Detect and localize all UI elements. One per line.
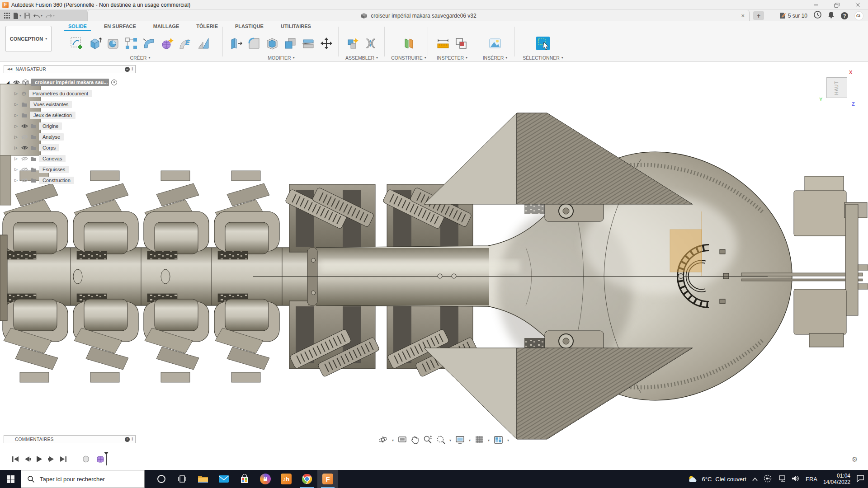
look-at-icon[interactable] <box>398 436 407 446</box>
viewcube-face-label[interactable]: HAUT <box>834 80 839 94</box>
navigator-item-label[interactable]: Esquisses <box>39 166 69 173</box>
step-back-button[interactable] <box>24 456 31 464</box>
group-label-insert[interactable]: INSÉRER▾ <box>483 55 508 61</box>
panel-grip-icon[interactable]: ‖ <box>132 437 133 441</box>
new-tab-button[interactable]: + <box>753 11 764 20</box>
timeline-feature-body[interactable] <box>81 455 90 465</box>
undo-button[interactable]: ▾ <box>33 13 42 19</box>
expand-arrow-icon[interactable]: ▷ <box>14 113 19 117</box>
navigator-header[interactable]: ◀◀ NAVIGATEUR − ‖ <box>4 65 136 73</box>
fusion-360-taskbar-button[interactable]: F <box>317 470 338 488</box>
tab-plastique[interactable]: PLASTIQUE <box>226 21 272 31</box>
timeline-position-marker[interactable] <box>104 452 109 465</box>
document-tab[interactable]: croiseur impérial makara sauvegarde06 v3… <box>87 10 750 21</box>
timeline-settings-gear-icon[interactable]: ⚙ <box>852 455 858 464</box>
group-label-assemble[interactable]: ASSEMBLER▾ <box>345 55 378 61</box>
help-icon[interactable]: ? <box>841 12 848 19</box>
group-label-construct[interactable]: CONSTRUIRE▾ <box>391 55 426 61</box>
file-menu-button[interactable]: ▾ <box>13 13 21 19</box>
fillet-button[interactable] <box>245 33 263 53</box>
chrome-button[interactable] <box>297 470 317 488</box>
navigator-item-origine[interactable]: ▷ Origine <box>14 122 62 131</box>
move-copy-button[interactable] <box>317 33 335 53</box>
construction-plane-button[interactable] <box>400 33 418 53</box>
task-view-button[interactable] <box>172 470 193 488</box>
grid-snap-icon[interactable] <box>475 435 484 446</box>
sweep-button[interactable] <box>140 33 158 53</box>
go-to-end-button[interactable] <box>60 456 67 464</box>
comments-header[interactable]: COMMENTAIRES + ‖ <box>4 435 136 443</box>
navigator-item-corps[interactable]: ▷ Corps <box>14 143 59 152</box>
orbit-icon[interactable] <box>378 435 388 446</box>
minimize-button[interactable] <box>806 0 826 10</box>
navigator-item-label[interactable]: Canevas <box>39 155 66 162</box>
action-center-icon[interactable] <box>856 474 864 483</box>
combine-button[interactable] <box>281 33 299 53</box>
close-button[interactable] <box>847 0 868 10</box>
user-avatar[interactable]: CL <box>854 11 863 20</box>
navigator-item-label[interactable]: Jeux de sélection <box>30 112 75 119</box>
language-indicator[interactable]: FRA <box>806 476 817 483</box>
weather-widget[interactable]: 6°C Ciel couvert <box>688 475 746 483</box>
tray-expand-chevron-icon[interactable] <box>752 476 758 483</box>
display-settings-icon[interactable] <box>455 436 465 446</box>
navigator-root-item[interactable]: ◢ croiseur impérial makara sau... <box>6 78 117 87</box>
tab-maillage[interactable]: MAILLAGE <box>145 21 188 31</box>
eye-off-icon[interactable] <box>21 156 28 161</box>
navigator-item-parametres[interactable]: ▷ ⚙ Paramètres du document <box>14 89 92 98</box>
measure-button[interactable] <box>434 33 452 53</box>
root-item-label[interactable]: croiseur impérial makara sau... <box>31 79 109 86</box>
navigator-item-vues[interactable]: ▷ Vues existantes <box>14 100 72 109</box>
version-status[interactable]: 5 sur 10 <box>779 12 807 19</box>
tab-tolerie[interactable]: TÔLERIE <box>188 21 226 31</box>
start-button[interactable] <box>0 470 21 488</box>
fit-icon[interactable] <box>436 435 445 446</box>
navigator-item-label[interactable]: Paramètres du document <box>29 90 92 97</box>
clock-widget[interactable]: 01:04 14/04/2022 <box>823 473 850 485</box>
group-label-select[interactable]: SÉLECTIONNER▾ <box>523 55 563 61</box>
eye-icon[interactable] <box>21 124 28 128</box>
microsoft-store-button[interactable] <box>234 470 255 488</box>
tab-close-icon[interactable]: × <box>741 12 745 19</box>
panel-minimize-icon[interactable]: − <box>125 67 130 72</box>
viewcube[interactable]: HAUT <box>826 77 847 98</box>
rib-button[interactable] <box>194 33 212 53</box>
new-component-button[interactable] <box>344 33 362 53</box>
eye-icon[interactable] <box>13 80 20 84</box>
mail-button[interactable] <box>213 470 234 488</box>
expand-arrow-icon[interactable]: ▷ <box>14 135 19 139</box>
expand-arrow-icon[interactable]: ▷ <box>14 145 19 150</box>
eye-off-icon[interactable] <box>21 135 28 139</box>
add-comment-icon[interactable]: + <box>125 437 130 442</box>
form-button[interactable] <box>158 33 176 53</box>
viewports-icon[interactable] <box>494 436 503 446</box>
expand-arrow-icon[interactable]: ▷ <box>14 178 19 183</box>
press-pull-button[interactable] <box>227 33 245 53</box>
avast-browser-button[interactable] <box>255 470 276 488</box>
redo-button[interactable]: ▾ <box>46 13 55 19</box>
play-button[interactable] <box>36 455 42 465</box>
revolve-button[interactable] <box>104 33 122 53</box>
volume-icon[interactable] <box>792 475 800 483</box>
app-grid-icon[interactable] <box>4 13 10 19</box>
activate-component-radio[interactable] <box>111 80 117 85</box>
pan-icon[interactable] <box>411 436 419 446</box>
tab-en-surface[interactable]: EN SURFACE <box>95 21 145 31</box>
interference-button[interactable] <box>452 33 470 53</box>
job-status-icon[interactable] <box>814 11 821 20</box>
navigator-item-label[interactable]: Analyse <box>39 133 64 141</box>
tab-utilitaires[interactable]: UTILITAIRES <box>272 21 320 31</box>
split-body-button[interactable] <box>299 33 317 53</box>
expand-arrow-icon[interactable]: ▷ <box>14 156 19 161</box>
cortana-button[interactable] <box>151 470 172 488</box>
panel-grip-icon[interactable]: ‖ <box>132 67 133 71</box>
workspace-mode-button[interactable]: CONCEPTION▾ <box>5 26 52 52</box>
go-to-start-button[interactable] <box>12 456 19 464</box>
navigator-item-analyse[interactable]: ▷ Analyse <box>14 132 64 141</box>
primitive-box-button[interactable] <box>122 33 140 53</box>
eye-off-icon[interactable] <box>21 167 28 172</box>
group-label-inspect[interactable]: INSPECTER▾ <box>437 55 467 61</box>
viewport-canvas[interactable] <box>0 62 868 470</box>
navigator-item-esquisses[interactable]: ▷ Esquisses <box>14 165 69 174</box>
expand-arrow-icon[interactable]: ▷ <box>14 167 19 172</box>
